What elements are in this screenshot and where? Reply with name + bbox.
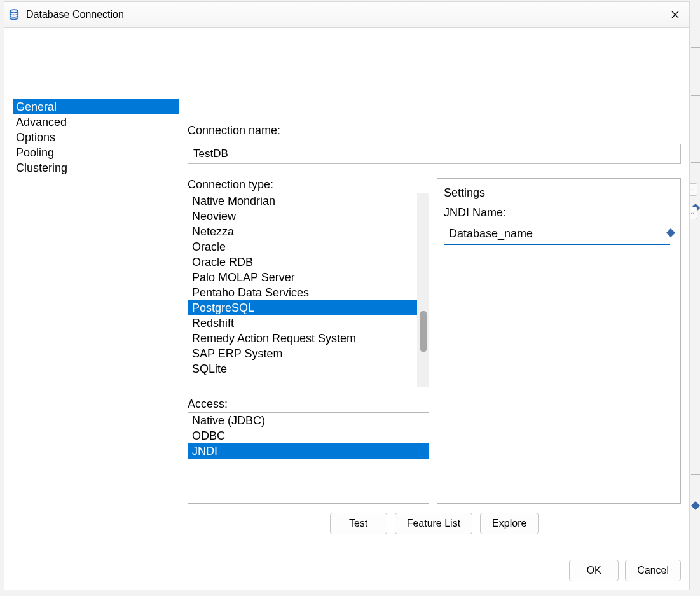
titlebar: Database Connection [4, 2, 689, 28]
ok-button[interactable]: OK [569, 560, 619, 581]
connection-type-item[interactable]: Oracle RDB [188, 254, 429, 270]
cancel-button[interactable]: Cancel [625, 560, 681, 581]
connection-name-input[interactable] [188, 144, 681, 164]
connection-type-list[interactable]: Native MondrianNeoviewNetezzaOracleOracl… [188, 193, 429, 387]
access-item[interactable]: JNDI [188, 443, 429, 459]
connection-type-item[interactable]: Pentaho Data Services [188, 285, 429, 300]
nav-item-clustering[interactable]: Clustering [13, 160, 179, 176]
svg-point-0 [10, 10, 18, 13]
connection-type-item[interactable]: PostgreSQL [188, 300, 420, 315]
header-spacer [4, 28, 689, 90]
close-icon [671, 11, 679, 18]
access-item[interactable]: ODBC [188, 428, 429, 443]
connection-type-item[interactable]: Redshift [188, 315, 429, 331]
window-title: Database Connection [26, 9, 661, 20]
connection-name-label: Connection name: [188, 124, 681, 137]
access-item[interactable]: Native (JDBC) [188, 413, 429, 428]
connection-type-item[interactable]: Native Mondrian [188, 193, 429, 209]
settings-panel: Settings JNDI Name: [437, 178, 681, 504]
nav-item-general[interactable]: General [13, 99, 179, 114]
scrollbar-thumb[interactable] [420, 311, 427, 352]
connection-type-item[interactable]: SQLite [188, 361, 429, 377]
explore-button[interactable]: Explore [480, 513, 539, 534]
category-list[interactable]: GeneralAdvancedOptionsPoolingClustering [13, 99, 179, 551]
database-connection-dialog: Database Connection GeneralAdvancedOptio… [4, 1, 690, 590]
connection-type-item[interactable]: Palo MOLAP Server [188, 270, 429, 285]
nav-item-pooling[interactable]: Pooling [13, 145, 179, 160]
jndi-name-label: JNDI Name: [444, 206, 674, 219]
access-list[interactable]: Native (JDBC)ODBCJNDI [188, 412, 429, 504]
nav-item-advanced[interactable]: Advanced [13, 114, 179, 130]
test-button[interactable]: Test [330, 513, 387, 534]
close-button[interactable] [661, 2, 689, 27]
connection-type-item[interactable]: Remedy Action Request System [188, 331, 429, 346]
connection-type-item[interactable]: Netezza [188, 224, 429, 239]
scrollbar-track[interactable] [417, 193, 429, 387]
access-label: Access: [188, 398, 429, 411]
connection-type-label: Connection type: [188, 178, 429, 191]
database-icon [8, 9, 20, 20]
nav-item-options[interactable]: Options [13, 130, 179, 145]
connection-type-item[interactable]: Oracle [188, 239, 429, 254]
connection-type-item[interactable]: SAP ERP System [188, 346, 429, 361]
jndi-name-input[interactable] [444, 223, 670, 245]
connection-type-item[interactable]: Neoview [188, 209, 429, 224]
feature-list-button[interactable]: Feature List [395, 513, 472, 534]
settings-title: Settings [444, 186, 674, 200]
diamond-icon [691, 501, 700, 510]
